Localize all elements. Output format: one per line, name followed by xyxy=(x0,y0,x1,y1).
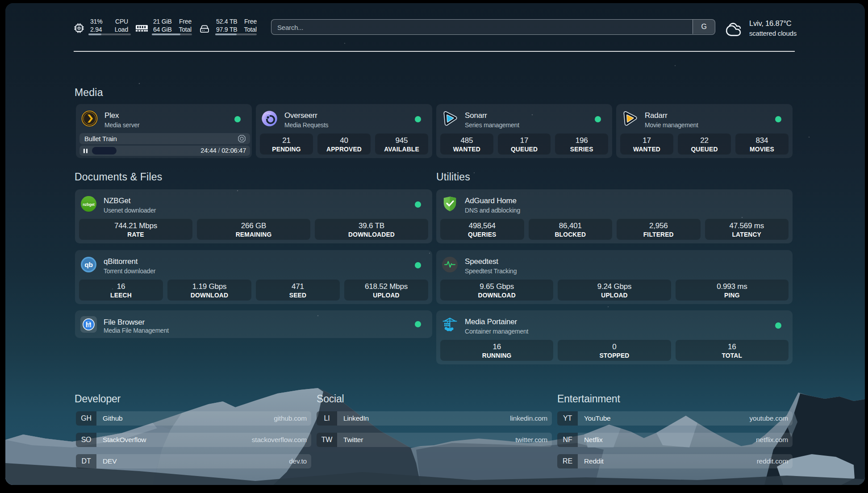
svg-text:qb: qb xyxy=(84,261,93,268)
svg-text:nzbget: nzbget xyxy=(83,202,95,207)
